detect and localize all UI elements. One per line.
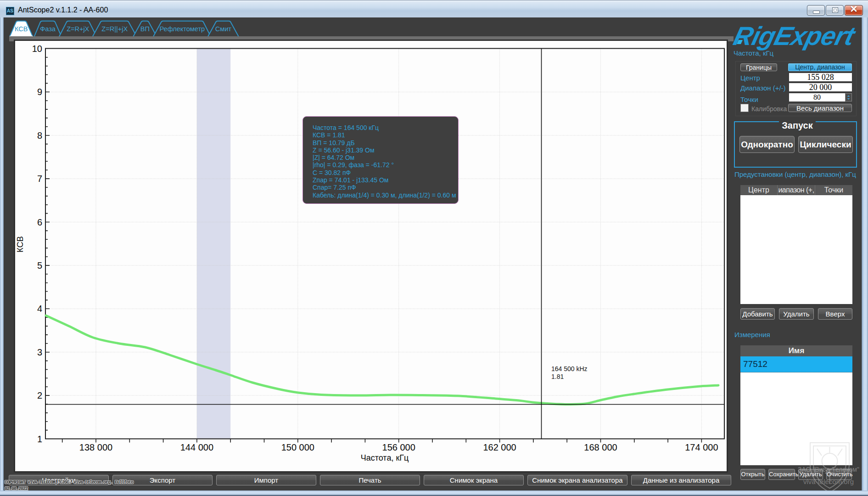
- svg-text:КСВ: КСВ: [16, 236, 25, 252]
- svg-text:3: 3: [37, 347, 42, 357]
- svg-text:138 000: 138 000: [79, 442, 112, 452]
- svg-text:viva-telecom.org: viva-telecom.org: [803, 478, 854, 485]
- svg-text:Z=R||+jX: Z=R||+jX: [101, 25, 128, 33]
- svg-text:6: 6: [37, 217, 42, 227]
- svg-text:ВП: ВП: [140, 25, 150, 33]
- svg-text:1: 1: [37, 434, 42, 444]
- svg-text:4: 4: [37, 304, 42, 314]
- svg-text:144 000: 144 000: [180, 442, 213, 452]
- svg-text:5: 5: [37, 260, 42, 271]
- svg-text:Смит: Смит: [215, 25, 232, 33]
- svg-text:Частота, кГц: Частота, кГц: [361, 453, 409, 462]
- svg-text:RigExpert: RigExpert: [731, 22, 859, 51]
- svg-text:Фаза: Фаза: [40, 25, 56, 33]
- svg-text:162 000: 162 000: [483, 442, 516, 452]
- svg-text:ЗАО "Вива-Телеком": ЗАО "Вива-Телеком": [798, 466, 859, 473]
- svg-text:7: 7: [37, 174, 42, 184]
- svg-text:174 000: 174 000: [685, 442, 718, 452]
- svg-text:168 000: 168 000: [584, 442, 617, 452]
- svg-text:156 000: 156 000: [382, 442, 415, 452]
- svg-text:КСВ: КСВ: [15, 25, 28, 33]
- svg-text:8: 8: [37, 130, 42, 141]
- svg-text:150 000: 150 000: [281, 442, 314, 452]
- svg-text:10: 10: [32, 44, 42, 54]
- svg-text:Z=R+jX: Z=R+jX: [67, 25, 89, 33]
- svg-text:9: 9: [37, 87, 42, 97]
- svg-text:Рефлектометр: Рефлектометр: [160, 25, 205, 33]
- svg-text:2: 2: [37, 390, 42, 400]
